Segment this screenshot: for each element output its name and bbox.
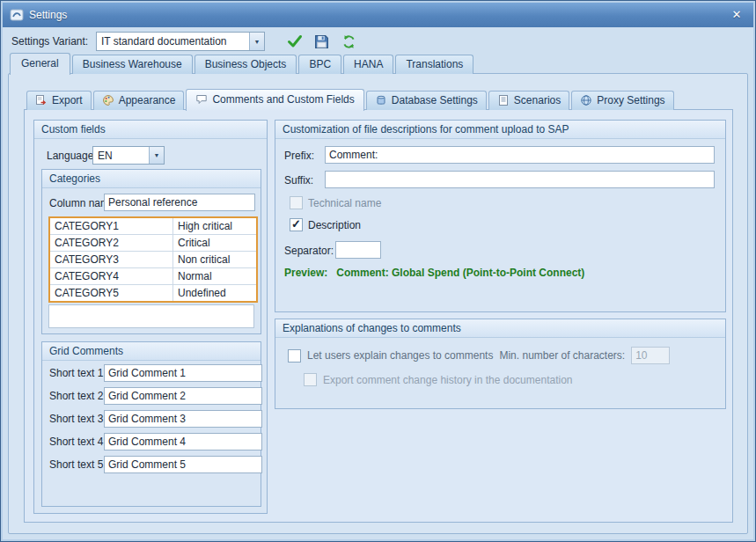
grid-comment-5-input[interactable]: [104, 456, 262, 473]
column-name-input[interactable]: [104, 194, 255, 211]
tab-general[interactable]: General: [10, 53, 70, 75]
category-value: Non critical: [173, 252, 256, 267]
tab-label: Comments and Custom Fields: [212, 93, 354, 106]
language-combobox[interactable]: EN ▼: [92, 146, 165, 165]
prefix-input[interactable]: [325, 146, 715, 164]
comments-tab-page: Custom fields Language EN ▼ Categories C…: [24, 109, 733, 523]
short-text-label: Short text 5:: [49, 458, 106, 471]
settings-window: Settings ✕ Settings Variant: IT standard…: [0, 0, 756, 542]
table-row[interactable]: CATEGORY2 Critical: [50, 235, 256, 252]
category-key: CATEGORY5: [50, 285, 173, 301]
tab-label: Scenarios: [514, 94, 561, 106]
short-text-label: Short text 3:: [49, 413, 106, 425]
inner-tab-strip: Export Appearance Comments and Custom Fi…: [26, 88, 674, 110]
tab-label: HANA: [354, 58, 383, 70]
settings-variant-label: Settings Variant:: [11, 35, 88, 48]
export-history-checkbox: [304, 373, 317, 386]
tab-label: Business Warehouse: [83, 58, 182, 70]
close-icon[interactable]: ✕: [729, 8, 745, 21]
separator-input[interactable]: [335, 241, 381, 259]
explanations-group: Explanations of changes to comments Let …: [275, 319, 726, 409]
group-title: Categories: [42, 170, 261, 188]
general-tab-page: Export Appearance Comments and Custom Fi…: [8, 73, 748, 534]
export-history-row: Export comment change history in the doc…: [304, 373, 573, 386]
tab-label: Database Settings: [392, 94, 478, 106]
preview-label: Preview:: [284, 267, 327, 279]
grid-comment-3-input[interactable]: [104, 410, 262, 428]
palette-icon: [102, 94, 114, 106]
export-history-label: Export comment change history in the doc…: [323, 374, 573, 386]
let-users-label: Let users explain changes to comments: [307, 349, 493, 362]
category-key: CATEGORY3: [50, 252, 173, 267]
description-checkbox-row[interactable]: Description: [290, 218, 361, 231]
grid-comment-4-input[interactable]: [104, 433, 262, 450]
group-title: Grid Comments: [42, 342, 261, 361]
technical-name-checkbox-row[interactable]: Technical name: [290, 196, 381, 209]
short-text-label: Short text 4:: [49, 436, 106, 448]
main-tab-strip: General Business Warehouse Business Obje…: [10, 54, 473, 74]
table-row[interactable]: CATEGORY1 High critical: [50, 218, 256, 235]
category-value: High critical: [173, 218, 256, 234]
language-value: EN: [93, 150, 149, 162]
category-key: CATEGORY4: [50, 268, 173, 284]
app-icon: [10, 8, 24, 22]
description-label: Description: [308, 219, 361, 231]
tab-business-warehouse[interactable]: Business Warehouse: [72, 55, 193, 74]
description-checkbox[interactable]: [290, 218, 303, 231]
settings-variant-combobox[interactable]: IT standard documentation ▼: [96, 32, 265, 51]
short-text-label: Short text 2:: [49, 390, 106, 402]
database-icon: [375, 94, 387, 106]
category-key: CATEGORY1: [50, 218, 173, 234]
suffix-label: Suffix:: [284, 174, 313, 187]
suffix-input[interactable]: [325, 171, 715, 188]
tab-label: Appearance: [119, 94, 176, 106]
categories-table-empty-area[interactable]: [48, 304, 254, 328]
grid-comment-2-input[interactable]: [104, 387, 262, 405]
titlebar[interactable]: Settings ✕: [3, 3, 753, 27]
tab-label: BPC: [309, 58, 331, 70]
export-icon: [35, 94, 48, 106]
table-row[interactable]: CATEGORY5 Undefined: [50, 285, 256, 301]
tab-appearance[interactable]: Appearance: [93, 91, 185, 110]
preview-row: Preview: Comment: Global Spend (Point-to…: [284, 267, 584, 279]
grid-comments-group: Grid Comments Short text 1: Short text 2…: [41, 341, 261, 507]
tab-database-settings[interactable]: Database Settings: [366, 91, 487, 110]
group-title: Explanations of changes to comments: [275, 319, 725, 338]
window-title: Settings: [29, 9, 67, 21]
tab-hana[interactable]: HANA: [343, 55, 393, 74]
chevron-down-icon[interactable]: ▼: [249, 33, 264, 50]
document-icon: [497, 94, 510, 106]
tab-label: Proxy Settings: [597, 94, 664, 106]
category-value: Critical: [173, 235, 256, 251]
customization-group: Customization of file descriptions for c…: [275, 120, 726, 312]
table-row[interactable]: CATEGORY3 Non critical: [50, 252, 256, 268]
custom-fields-group: Custom fields Language EN ▼ Categories C…: [33, 120, 268, 514]
table-row[interactable]: CATEGORY4 Normal: [50, 268, 256, 285]
tab-label: Business Objects: [205, 58, 287, 70]
tab-bpc[interactable]: BPC: [298, 55, 341, 74]
settings-variant-value: IT standard documentation: [97, 35, 249, 48]
tab-export[interactable]: Export: [26, 91, 92, 110]
tab-comments-and-custom-fields[interactable]: Comments and Custom Fields: [186, 89, 363, 111]
short-text-label: Short text 1:: [49, 367, 106, 379]
technical-name-checkbox[interactable]: [290, 196, 303, 209]
tab-scenarios[interactable]: Scenarios: [488, 91, 569, 110]
tab-business-objects[interactable]: Business Objects: [195, 55, 297, 74]
speech-bubble-icon: [195, 93, 208, 106]
let-users-checkbox[interactable]: [288, 349, 301, 363]
technical-name-label: Technical name: [308, 197, 381, 209]
preview-value: Comment: Global Spend (Point-to-Point Co…: [336, 267, 584, 279]
category-value: Normal: [173, 268, 256, 284]
category-value: Undefined: [173, 285, 256, 301]
refresh-button[interactable]: [338, 31, 359, 52]
category-key: CATEGORY2: [50, 235, 173, 251]
grid-comment-1-input[interactable]: [104, 364, 262, 382]
chevron-down-icon[interactable]: ▼: [149, 147, 164, 164]
min-chars-input: [631, 347, 670, 364]
tab-label: General: [21, 57, 59, 70]
categories-group: Categories Column name: CATEGORY1 High c…: [41, 169, 261, 334]
save-button[interactable]: [311, 31, 332, 52]
apply-button[interactable]: [284, 31, 305, 52]
tab-translations[interactable]: Translations: [395, 55, 473, 74]
tab-proxy-settings[interactable]: Proxy Settings: [571, 91, 673, 110]
